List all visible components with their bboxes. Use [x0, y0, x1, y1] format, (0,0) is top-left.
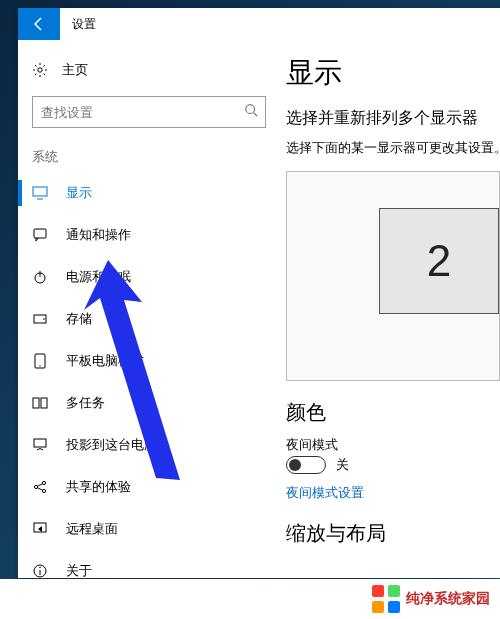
nav-label: 电源和睡眠	[66, 268, 131, 286]
nav-label: 显示	[66, 184, 92, 202]
nav-label: 平板电脑模式	[66, 352, 144, 370]
nav-label: 共享的体验	[66, 478, 131, 496]
tablet-icon	[32, 353, 48, 369]
svg-line-2	[254, 113, 258, 117]
site-logo-icon	[372, 585, 400, 613]
toggle-state: 关	[336, 456, 349, 474]
display-box-2[interactable]: 2	[379, 208, 499, 314]
nav-item-display[interactable]: 显示	[18, 172, 280, 214]
chat-icon	[32, 227, 48, 243]
home-button[interactable]: 主页	[18, 50, 280, 90]
rearrange-heading: 选择并重新排列多个显示器	[286, 108, 500, 129]
window-title: 设置	[60, 16, 96, 33]
multitask-icon	[32, 395, 48, 411]
nav-item-about[interactable]: 关于	[18, 550, 280, 578]
toggle-thumb	[289, 459, 301, 471]
nav-label: 投影到这台电脑	[66, 436, 157, 454]
titlebar: 设置	[18, 8, 500, 40]
scale-heading: 缩放与布局	[286, 520, 500, 547]
display-number: 2	[427, 236, 451, 286]
nav-label: 关于	[66, 562, 92, 578]
nav-item-power[interactable]: 电源和睡眠	[18, 256, 280, 298]
nav-item-remote[interactable]: 远程桌面	[18, 508, 280, 550]
nav-item-multitask[interactable]: 多任务	[18, 382, 280, 424]
sidebar: 主页 系统 显示 通知和操作	[18, 40, 280, 578]
home-label: 主页	[62, 61, 88, 79]
search-wrap	[32, 96, 266, 128]
site-name: 纯净系统家园	[406, 590, 490, 608]
svg-point-16	[42, 481, 45, 484]
svg-point-1	[246, 105, 255, 114]
svg-point-15	[34, 485, 37, 488]
info-icon	[32, 563, 48, 578]
nav-label: 通知和操作	[66, 226, 131, 244]
night-mode-settings-link[interactable]: 夜间模式设置	[286, 484, 500, 502]
svg-point-17	[42, 489, 45, 492]
section-label: 系统	[18, 142, 280, 172]
rearrange-desc: 选择下面的某一显示器可更改其设置。某	[286, 139, 500, 157]
nav-label: 多任务	[66, 394, 105, 412]
nav-item-projecting[interactable]: 投影到这台电脑	[18, 424, 280, 466]
share-icon	[32, 479, 48, 495]
nav-item-storage[interactable]: 存储	[18, 298, 280, 340]
svg-rect-13	[41, 398, 47, 408]
arrow-left-icon	[31, 16, 47, 32]
svg-rect-3	[33, 187, 47, 196]
svg-line-18	[37, 484, 42, 487]
search-input[interactable]	[32, 96, 266, 128]
page-title: 显示	[286, 54, 500, 92]
night-mode-label: 夜间模式	[286, 436, 500, 454]
svg-line-19	[37, 488, 42, 491]
night-mode-toggle[interactable]: 关	[286, 456, 349, 474]
power-icon	[32, 269, 48, 285]
footer-bar: 纯净系统家园	[0, 579, 500, 619]
nav-label: 远程桌面	[66, 520, 118, 538]
monitor-icon	[32, 185, 48, 201]
storage-icon	[32, 311, 48, 327]
svg-rect-5	[34, 229, 46, 238]
nav-label: 存储	[66, 310, 92, 328]
project-icon	[32, 437, 48, 453]
content-pane: 显示 选择并重新排列多个显示器 选择下面的某一显示器可更改其设置。某 2 颜色 …	[280, 40, 500, 578]
search-icon	[244, 103, 258, 121]
back-button[interactable]	[18, 8, 60, 40]
svg-point-11	[39, 365, 40, 366]
svg-rect-14	[34, 439, 46, 447]
svg-point-9	[43, 318, 45, 320]
remote-icon	[32, 521, 48, 537]
gear-icon	[32, 62, 48, 78]
nav-item-shared[interactable]: 共享的体验	[18, 466, 280, 508]
nav-item-tablet[interactable]: 平板电脑模式	[18, 340, 280, 382]
svg-rect-12	[33, 398, 39, 408]
settings-window: 设置 主页 系统 显示	[18, 8, 500, 578]
svg-point-23	[39, 567, 41, 569]
display-arrange-area[interactable]: 2	[286, 171, 500, 381]
color-heading: 颜色	[286, 399, 500, 426]
nav-item-notifications[interactable]: 通知和操作	[18, 214, 280, 256]
toggle-track	[286, 456, 326, 474]
svg-point-0	[38, 68, 42, 72]
